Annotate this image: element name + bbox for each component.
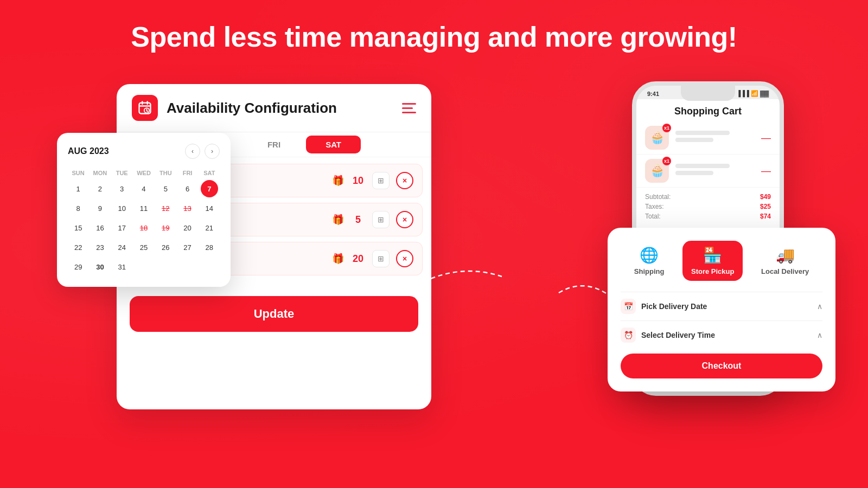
cal-cell[interactable]: 5 [157, 180, 174, 197]
pick-date-chevron: ∧ [817, 302, 822, 311]
cal-cell[interactable]: 29 [69, 258, 87, 275]
cart-totals: Subtotal: $49 Taxes: $25 Total: $74 [636, 188, 780, 228]
total-label: Total: [645, 213, 661, 220]
cal-cell[interactable]: 27 [179, 239, 196, 256]
phone-status-bar: 9:41 ▐▐▐ 📶 ▓▓ [636, 86, 780, 99]
subtotal-label: Subtotal: [645, 193, 671, 201]
update-button[interactable]: Update [130, 296, 418, 332]
calendar-next-button[interactable]: › [205, 144, 220, 159]
cal-cell[interactable]: 30 [91, 258, 108, 275]
store-pickup-icon: 🏪 [703, 246, 722, 264]
local-delivery-option[interactable]: 🚚 Local Delivery [752, 241, 818, 281]
pick-date-label: Pick Delivery Date [641, 302, 707, 311]
cal-day-sun: SUN [68, 168, 88, 178]
select-time-row[interactable]: ⏰ Select Delivery Time ∧ [621, 320, 822, 349]
cal-day-sat: SAT [199, 168, 220, 178]
cal-cell-strikethrough[interactable]: 12 [157, 200, 174, 217]
cal-cell[interactable]: 17 [113, 219, 131, 236]
cal-cell[interactable]: 23 [91, 239, 108, 256]
local-delivery-label: Local Delivery [761, 267, 809, 275]
cal-cell[interactable]: 22 [69, 239, 87, 256]
shipping-icon: 🌐 [640, 246, 659, 264]
slot-edit-1pm[interactable]: ⊞ [372, 250, 390, 267]
slot-edit-10am[interactable]: ⊞ [372, 211, 390, 228]
cal-cell[interactable]: 9 [91, 200, 108, 217]
cal-cell[interactable]: 4 [135, 180, 152, 197]
calendar-icon: 📅 [621, 299, 636, 314]
day-header-sat[interactable]: SAT [306, 136, 361, 153]
cart-item-1-remove[interactable]: — [761, 132, 771, 144]
cal-cell[interactable]: 31 [113, 258, 131, 275]
cart-item-2-badge: x1 [662, 157, 671, 165]
total-row: Total: $74 [645, 213, 771, 220]
day-header-fri[interactable]: FRI [244, 132, 304, 157]
slot-remove-1pm[interactable]: × [396, 250, 413, 267]
cal-cell[interactable]: 14 [201, 200, 218, 217]
cal-cell-strikethrough[interactable]: 13 [179, 200, 196, 217]
slot-remove-10am[interactable]: × [396, 211, 413, 228]
cart-item-1-image: 🧁 x1 [645, 126, 669, 150]
calendar-clock-icon [137, 100, 152, 115]
cal-day-thu: THU [155, 168, 176, 178]
cal-cell[interactable]: 3 [113, 180, 131, 197]
cal-cell[interactable]: 10 [113, 200, 131, 217]
cal-cell[interactable]: 16 [91, 219, 108, 236]
slot-count-1pm: 20 [350, 253, 366, 265]
cal-cell[interactable]: 24 [113, 239, 131, 256]
cal-day-mon: MON [90, 168, 110, 178]
panel-title: Availability Configuration [167, 100, 337, 117]
shipping-option[interactable]: 🌐 Shipping [626, 241, 673, 281]
taxes-label: Taxes: [645, 203, 664, 210]
cal-cell-strikethrough[interactable]: 18 [135, 219, 152, 236]
subtotal-value: $49 [760, 193, 771, 201]
checkout-button[interactable]: Checkout [621, 354, 822, 378]
shipping-label: Shipping [634, 267, 665, 275]
calendar-prev-button[interactable]: ‹ [185, 144, 200, 159]
gift-icon-1pm: 🎁 [332, 253, 344, 265]
cal-day-tue: TUE [112, 168, 132, 178]
cart-item-1: 🧁 x1 — [636, 121, 780, 155]
cal-cell[interactable]: 28 [201, 239, 218, 256]
select-time-chevron: ∧ [817, 331, 822, 339]
select-time-label: Select Delivery Time [641, 331, 715, 339]
cal-cell[interactable]: 11 [135, 200, 152, 217]
svg-line-6 [147, 111, 148, 111]
store-pickup-option[interactable]: 🏪 Store Pickup [682, 241, 743, 281]
slot-controls-1pm: 🎁 20 ⊞ × [332, 250, 413, 267]
cal-cell[interactable]: 6 [179, 180, 196, 197]
menu-icon[interactable] [402, 100, 416, 116]
taxes-value: $25 [760, 203, 771, 210]
cart-item-2: 🧁 x1 — [636, 155, 780, 188]
cal-cell[interactable]: 25 [135, 239, 152, 256]
cal-day-wed: WED [133, 168, 154, 178]
cal-cell[interactable]: 21 [201, 219, 218, 236]
cal-cell[interactable]: 8 [69, 200, 87, 217]
slot-remove-9am[interactable]: × [396, 172, 413, 189]
slot-controls-10am: 🎁 5 ⊞ × [332, 211, 413, 228]
pick-date-left: 📅 Pick Delivery Date [621, 299, 707, 314]
gift-icon-9am: 🎁 [332, 175, 344, 187]
calendar-month: AUG 2023 [68, 146, 109, 156]
total-value: $74 [760, 213, 771, 220]
cal-cell[interactable]: 1 [69, 180, 87, 197]
local-delivery-icon: 🚚 [776, 246, 795, 264]
slot-count-10am: 5 [350, 214, 366, 226]
slot-count-9am: 10 [350, 175, 366, 187]
clock-icon: ⏰ [621, 328, 636, 343]
pick-date-row[interactable]: 📅 Pick Delivery Date ∧ [621, 292, 822, 320]
cal-cell[interactable]: 2 [91, 180, 108, 197]
cal-cell[interactable]: 20 [179, 219, 196, 236]
calendar-grid: SUN MON TUE WED THU FRI SAT 1 2 3 4 5 6 … [68, 168, 220, 276]
cart-item-1-badge: x1 [662, 124, 671, 132]
panel-app-icon [132, 95, 158, 121]
delivery-card: 🌐 Shipping 🏪 Store Pickup 🚚 Local Delive… [608, 228, 835, 391]
taxes-row: Taxes: $25 [645, 203, 771, 210]
slot-controls-9am: 🎁 10 ⊞ × [332, 172, 413, 189]
cart-item-2-remove[interactable]: — [761, 165, 771, 177]
cal-cell-today[interactable]: 7 [201, 180, 218, 197]
cal-cell[interactable]: 15 [69, 219, 87, 236]
cal-cell-strikethrough[interactable]: 19 [157, 219, 174, 236]
slot-edit-9am[interactable]: ⊞ [372, 172, 390, 189]
cal-cell[interactable]: 26 [157, 239, 174, 256]
panel-header: Availability Configuration [117, 84, 431, 132]
